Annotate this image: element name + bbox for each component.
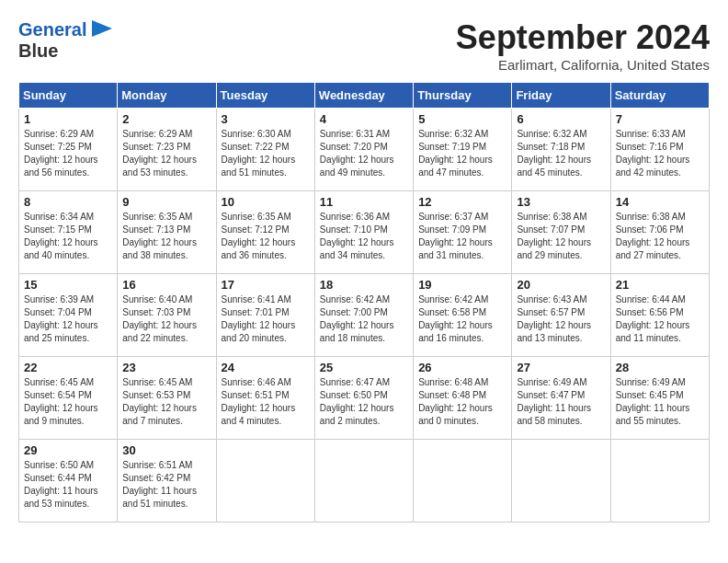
calendar-day-cell: 21 Sunrise: 6:44 AM Sunset: 6:56 PM Dayl… [610,274,709,357]
calendar-day-cell: 10 Sunrise: 6:35 AM Sunset: 7:12 PM Dayl… [216,191,314,274]
month-title: September 2024 [456,18,710,57]
day-number: 30 [122,443,210,457]
day-info: Sunrise: 6:30 AM Sunset: 7:22 PM Dayligh… [222,128,310,179]
calendar-day-cell: 9 Sunrise: 6:35 AM Sunset: 7:13 PM Dayli… [118,191,216,274]
day-number: 19 [418,278,506,292]
calendar-day-cell: 1 Sunrise: 6:29 AM Sunset: 7:25 PM Dayli… [19,109,118,191]
day-info: Sunrise: 6:29 AM Sunset: 7:23 PM Dayligh… [122,128,210,179]
weekday-header: Tuesday [216,83,314,109]
day-number: 10 [222,195,310,209]
day-number: 20 [517,278,605,292]
day-info: Sunrise: 6:31 AM Sunset: 7:20 PM Dayligh… [320,128,408,179]
calendar-week-row: 29 Sunrise: 6:50 AM Sunset: 6:44 PM Dayl… [19,440,710,523]
day-number: 18 [320,278,408,292]
weekday-header: Thursday [414,83,512,109]
day-info: Sunrise: 6:35 AM Sunset: 7:13 PM Dayligh… [122,211,210,262]
day-info: Sunrise: 6:45 AM Sunset: 6:54 PM Dayligh… [24,376,112,428]
day-number: 15 [24,278,112,292]
day-number: 13 [517,195,605,209]
calendar-day-cell: 2 Sunrise: 6:29 AM Sunset: 7:23 PM Dayli… [118,109,216,191]
calendar-day-cell: 27 Sunrise: 6:49 AM Sunset: 6:47 PM Dayl… [512,357,610,440]
day-info: Sunrise: 6:48 AM Sunset: 6:48 PM Dayligh… [418,376,506,428]
day-number: 4 [320,112,408,126]
weekday-header: Friday [512,83,610,109]
calendar-table: SundayMondayTuesdayWednesdayThursdayFrid… [18,82,710,523]
day-info: Sunrise: 6:32 AM Sunset: 7:18 PM Dayligh… [517,128,605,179]
logo-arrow-icon [92,20,112,37]
calendar-day-cell: 5 Sunrise: 6:32 AM Sunset: 7:19 PM Dayli… [414,109,512,191]
day-info: Sunrise: 6:41 AM Sunset: 7:01 PM Dayligh… [222,293,310,345]
day-number: 22 [24,361,112,374]
svg-marker-0 [92,20,112,37]
day-number: 16 [122,278,210,292]
day-info: Sunrise: 6:35 AM Sunset: 7:12 PM Dayligh… [222,211,310,262]
weekday-header: Sunday [19,83,118,109]
calendar-day-cell: 20 Sunrise: 6:43 AM Sunset: 6:57 PM Dayl… [512,274,610,357]
day-number: 5 [418,112,506,126]
day-number: 3 [222,112,310,126]
day-number: 24 [222,361,310,374]
calendar-day-cell: 28 Sunrise: 6:49 AM Sunset: 6:45 PM Dayl… [610,357,709,440]
weekday-header: Monday [118,83,216,109]
day-info: Sunrise: 6:46 AM Sunset: 6:51 PM Dayligh… [222,376,310,428]
day-info: Sunrise: 6:38 AM Sunset: 7:06 PM Dayligh… [616,211,704,262]
calendar-day-cell [414,440,512,523]
calendar-day-cell: 26 Sunrise: 6:48 AM Sunset: 6:48 PM Dayl… [414,357,512,440]
day-info: Sunrise: 6:40 AM Sunset: 7:03 PM Dayligh… [122,293,210,345]
day-number: 11 [320,195,408,209]
weekday-header: Saturday [610,83,709,109]
calendar-day-cell: 17 Sunrise: 6:41 AM Sunset: 7:01 PM Dayl… [216,274,314,357]
day-number: 6 [517,112,605,126]
calendar-day-cell: 8 Sunrise: 6:34 AM Sunset: 7:15 PM Dayli… [19,191,118,274]
day-info: Sunrise: 6:42 AM Sunset: 7:00 PM Dayligh… [320,293,408,345]
day-info: Sunrise: 6:34 AM Sunset: 7:15 PM Dayligh… [24,211,112,262]
day-info: Sunrise: 6:44 AM Sunset: 6:56 PM Dayligh… [616,293,704,345]
day-number: 28 [616,361,704,374]
calendar-day-cell: 15 Sunrise: 6:39 AM Sunset: 7:04 PM Dayl… [19,274,118,357]
calendar-day-cell: 11 Sunrise: 6:36 AM Sunset: 7:10 PM Dayl… [314,191,413,274]
day-info: Sunrise: 6:29 AM Sunset: 7:25 PM Dayligh… [24,128,112,179]
day-info: Sunrise: 6:37 AM Sunset: 7:09 PM Dayligh… [418,211,506,262]
calendar-day-cell: 13 Sunrise: 6:38 AM Sunset: 7:07 PM Dayl… [512,191,610,274]
calendar-day-cell: 4 Sunrise: 6:31 AM Sunset: 7:20 PM Dayli… [314,109,413,191]
day-number: 12 [418,195,506,209]
day-number: 2 [122,112,210,126]
day-info: Sunrise: 6:33 AM Sunset: 7:16 PM Dayligh… [616,128,704,179]
calendar-day-cell: 23 Sunrise: 6:45 AM Sunset: 6:53 PM Dayl… [118,357,216,440]
calendar-day-cell: 24 Sunrise: 6:46 AM Sunset: 6:51 PM Dayl… [216,357,314,440]
title-block: September 2024 Earlimart, California, Un… [456,18,710,73]
day-number: 26 [418,361,506,374]
day-number: 25 [320,361,408,374]
day-info: Sunrise: 6:50 AM Sunset: 6:44 PM Dayligh… [24,459,112,511]
weekday-header: Wednesday [314,83,413,109]
day-number: 23 [122,361,210,374]
calendar-week-row: 15 Sunrise: 6:39 AM Sunset: 7:04 PM Dayl… [19,274,710,357]
calendar-day-cell: 19 Sunrise: 6:42 AM Sunset: 6:58 PM Dayl… [414,274,512,357]
calendar-week-row: 22 Sunrise: 6:45 AM Sunset: 6:54 PM Dayl… [19,357,710,440]
day-number: 27 [517,361,605,374]
day-info: Sunrise: 6:43 AM Sunset: 6:57 PM Dayligh… [517,293,605,345]
calendar-day-cell: 25 Sunrise: 6:47 AM Sunset: 6:50 PM Dayl… [314,357,413,440]
day-number: 17 [222,278,310,292]
day-info: Sunrise: 6:45 AM Sunset: 6:53 PM Dayligh… [122,376,210,428]
calendar-day-cell [610,440,709,523]
day-info: Sunrise: 6:39 AM Sunset: 7:04 PM Dayligh… [24,293,112,345]
logo: General Blue [18,18,112,61]
day-info: Sunrise: 6:38 AM Sunset: 7:07 PM Dayligh… [517,211,605,262]
day-number: 14 [616,195,704,209]
day-number: 29 [24,443,112,457]
day-number: 7 [616,112,704,126]
calendar-week-row: 8 Sunrise: 6:34 AM Sunset: 7:15 PM Dayli… [19,191,710,274]
day-info: Sunrise: 6:51 AM Sunset: 6:42 PM Dayligh… [122,459,210,511]
calendar-day-cell [314,440,413,523]
calendar-day-cell: 16 Sunrise: 6:40 AM Sunset: 7:03 PM Dayl… [118,274,216,357]
logo-text: General [18,19,86,40]
calendar-day-cell: 3 Sunrise: 6:30 AM Sunset: 7:22 PM Dayli… [216,109,314,191]
page-header: General Blue September 2024 Earlimart, C… [18,18,710,73]
logo-blue-text: Blue [18,40,112,61]
calendar-day-cell: 14 Sunrise: 6:38 AM Sunset: 7:06 PM Dayl… [610,191,709,274]
day-info: Sunrise: 6:32 AM Sunset: 7:19 PM Dayligh… [418,128,506,179]
day-number: 8 [24,195,112,209]
day-info: Sunrise: 6:42 AM Sunset: 6:58 PM Dayligh… [418,293,506,345]
day-number: 9 [122,195,210,209]
